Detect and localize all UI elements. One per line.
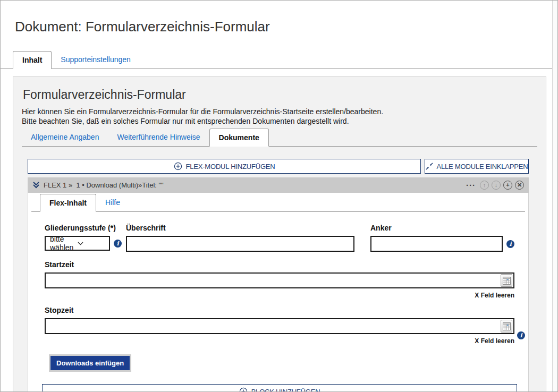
startzeit-clear-line: X Feld leeren — [45, 292, 514, 299]
main-tabbar: Inhalt Supporteinstellungen — [1, 52, 557, 69]
insert-downloads-button[interactable]: Downloads einfügen — [49, 354, 131, 372]
startzeit-input[interactable] — [45, 272, 514, 288]
document-header: Dokument: Formularverzeichnis-Formular I… — [1, 1, 557, 69]
add-block-label: BLOCK HINZUFÜGEN — [251, 388, 320, 392]
plus-circle-icon — [239, 387, 248, 392]
flex-tabbar: Flex-Inhalt Hilfe — [31, 193, 525, 212]
description-line-1: Hier können Sie ein Formularverzeichnis-… — [22, 107, 537, 116]
collapse-all-label: ALLE MODULE EINKLAPPEN — [437, 163, 528, 171]
tab-inhalt[interactable]: Inhalt — [13, 51, 52, 69]
field-stopzeit: Stopzeit i — [45, 306, 514, 345]
add-block-button[interactable]: BLOCK HINZUFÜGEN — [42, 384, 517, 392]
gliederungsstufe-select[interactable]: bitte wählen — [45, 236, 110, 251]
section-tabbar: Allgemeine Angaben Weiterführende Hinwei… — [22, 131, 537, 147]
stopzeit-input[interactable] — [45, 318, 514, 334]
flex-module-title: FLEX 1 » 1 • Download (Multi)»Titel: "" — [44, 181, 164, 189]
add-flex-module-button[interactable]: FLEX-MODUL HINZUFÜGEN — [28, 159, 421, 174]
page-title: Dokument: Formularverzeichnis-Formular — [15, 19, 557, 35]
flex-form: Gliederungsstufe (*) bitte wählen i — [31, 212, 525, 392]
flex-module-header[interactable]: FLEX 1 » 1 • Download (Multi)»Titel: "" … — [28, 177, 529, 193]
stopzeit-clear-button[interactable]: X Feld leeren — [475, 337, 514, 345]
plus-circle-icon — [174, 162, 182, 171]
chevron-down-icon — [78, 242, 105, 245]
form-row-top: Gliederungsstufe (*) bitte wählen i — [45, 224, 514, 252]
stopzeit-label: Stopzeit — [45, 306, 514, 314]
double-chevron-down-icon[interactable] — [32, 181, 40, 189]
anker-label: Anker — [370, 224, 514, 232]
calendar-icon-stopzeit[interactable] — [501, 320, 512, 333]
startzeit-clear-button[interactable]: X Feld leeren — [475, 292, 514, 299]
panel-heading: Formularverzeichnis-Formular — [23, 88, 537, 102]
startzeit-label: Startzeit — [45, 260, 514, 269]
scrollbar[interactable] — [552, 1, 557, 392]
info-icon-anker[interactable]: i — [506, 240, 514, 248]
field-startzeit: Startzeit X Feld l — [45, 260, 514, 299]
ueberschrift-label: Überschrift — [126, 224, 370, 232]
info-icon-stopzeit[interactable]: i — [517, 331, 525, 339]
collapse-icon — [426, 163, 433, 170]
description-line-2: Bitte beachten Sie, daß ein solches Form… — [22, 116, 537, 126]
add-flex-module-label: FLEX-MODUL HINZUFÜGEN — [186, 163, 275, 171]
stopzeit-clear-line: X Feld leeren — [45, 337, 514, 345]
ueberschrift-input[interactable] — [126, 236, 354, 252]
form-panel: Formularverzeichnis-Formular Hier können… — [13, 76, 546, 392]
tab-flex-inhalt[interactable]: Flex-Inhalt — [40, 194, 96, 212]
field-gliederungsstufe: Gliederungsstufe (*) bitte wählen i — [45, 224, 126, 252]
field-ueberschrift: Überschrift — [126, 224, 370, 252]
field-anker: Anker i — [370, 224, 514, 252]
tab-weiterfuehrende-hinweise[interactable]: Weiterführende Hinweise — [108, 129, 209, 146]
move-up-icon[interactable]: ↑ — [480, 181, 489, 190]
tab-supporteinstellungen[interactable]: Supporteinstellungen — [52, 51, 140, 69]
gliederungsstufe-selected-value: bitte wählen — [50, 235, 78, 252]
tab-allgemeine-angaben[interactable]: Allgemeine Angaben — [22, 129, 108, 146]
move-down-icon[interactable]: ↓ — [492, 181, 501, 190]
flex-toolbar: FLEX-MODUL HINZUFÜGEN ALLE MODULE EINKLA… — [28, 159, 529, 174]
more-options-icon[interactable]: ··· — [466, 183, 476, 188]
panel-description: Hier können Sie ein Formularverzeichnis-… — [22, 107, 537, 126]
add-module-icon[interactable]: + — [503, 181, 512, 190]
anker-input[interactable] — [370, 236, 503, 252]
flex-module-body: Flex-Inhalt Hilfe Gliederungsstufe (*) b… — [28, 193, 529, 392]
info-icon-gliederungsstufe[interactable]: i — [114, 240, 122, 248]
flex-module-actions: ··· ↑ ↓ + ✕ — [466, 181, 524, 190]
collapse-all-modules-button[interactable]: ALLE MODULE EINKLAPPEN — [425, 159, 529, 174]
tab-dokumente[interactable]: Dokumente — [209, 129, 269, 147]
flex-area: FLEX-MODUL HINZUFÜGEN ALLE MODULE EINKLA… — [28, 159, 529, 392]
calendar-icon-startzeit[interactable] — [501, 274, 512, 287]
gliederungsstufe-label: Gliederungsstufe (*) — [45, 224, 126, 232]
remove-module-icon[interactable]: ✕ — [515, 181, 524, 190]
tab-hilfe[interactable]: Hilfe — [96, 194, 129, 211]
